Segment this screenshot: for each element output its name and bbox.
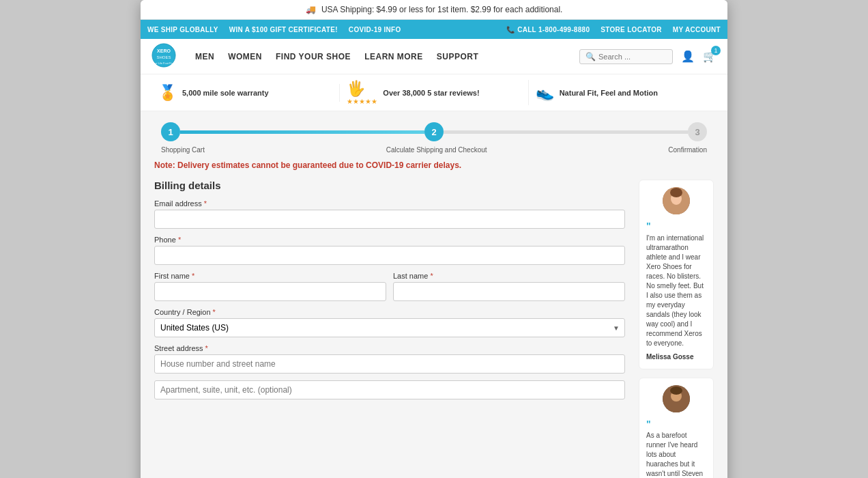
email-required: * — [204, 199, 207, 208]
testimonial-2: " As a barefoot runner I've heard lots a… — [639, 378, 714, 478]
star-rating: ★★★★★ — [347, 98, 377, 105]
step-3-label: Confirmation — [668, 146, 707, 154]
svg-text:Live Life Foot First!: Live Life Foot First! — [152, 61, 175, 65]
nav-find-shoe[interactable]: FIND YOUR SHOE — [276, 52, 351, 61]
nav-store-locator[interactable]: STORE LOCATOR — [601, 26, 661, 33]
first-name-group: First name * — [154, 272, 386, 301]
shoe-icon: 👟 — [536, 84, 554, 102]
trust-warranty: 🏅 5,000 mile sole warranty — [151, 84, 340, 102]
cart-icon-wrapper: 🛒 1 — [703, 50, 717, 63]
nav-support[interactable]: SUPPORT — [437, 52, 479, 61]
nav-men[interactable]: MEN — [195, 52, 214, 61]
truck-icon: 🚚 — [306, 5, 316, 14]
phone-group: Phone * — [154, 236, 625, 265]
svg-text:SHOES: SHOES — [156, 55, 171, 59]
nav-covid-info[interactable]: COVID-19 INFO — [349, 26, 401, 33]
step-3-circle: 3 — [688, 122, 707, 141]
testimonials-column: " I'm an international ultramarathon ath… — [639, 180, 714, 478]
medal-icon: 🏅 — [158, 84, 177, 102]
last-name-input[interactable] — [393, 282, 625, 301]
apt-group — [154, 380, 625, 399]
street-group: Street address * — [154, 344, 625, 374]
phone-required: * — [178, 236, 181, 244]
shipping-banner: 🚚 USA Shipping: $4.99 or less for 1st it… — [141, 0, 727, 20]
testimonial-2-text: As a barefoot runner I've heard lots abo… — [646, 431, 706, 478]
country-group: Country / Region * United States (US) — [154, 308, 625, 337]
main-nav: MEN WOMEN FIND YOUR SHOE LEARN MORE SUPP… — [195, 52, 579, 61]
name-row: First name * Last name * — [154, 272, 625, 308]
user-icon-wrapper: 👤 — [681, 50, 695, 63]
user-icon[interactable]: 👤 — [681, 51, 695, 62]
line-1 — [180, 130, 424, 134]
avatar-1 — [663, 187, 690, 214]
step-labels: Shopping Cart Calculate Shipping and Che… — [161, 144, 707, 154]
step-3-group: 3 — [688, 122, 707, 141]
cart-badge: 1 — [711, 46, 721, 55]
header-right: 🔍 👤 🛒 1 — [579, 49, 717, 64]
step-1-circle: 1 — [161, 122, 180, 141]
nav-bar-right: 📞 CALL 1-800-499-8880 STORE LOCATOR MY A… — [506, 26, 721, 33]
quote-mark-2: " — [646, 418, 706, 432]
nav-my-account[interactable]: MY ACCOUNT — [673, 26, 721, 33]
line-2 — [444, 130, 688, 134]
apt-input[interactable] — [154, 380, 625, 399]
reviews-text: Over 38,000 5 star reviews! — [383, 89, 479, 97]
svg-point-8 — [670, 188, 682, 197]
nav-women[interactable]: WOMEN — [228, 52, 262, 61]
testimonial-1-name: Melissa Gosse — [646, 352, 706, 362]
logo[interactable]: XERO SHOES Live Life Foot First! — [151, 43, 182, 70]
logo-header: XERO SHOES Live Life Foot First! MEN WOM… — [141, 39, 727, 74]
warranty-text: 5,000 mile sole warranty — [182, 89, 269, 97]
step-2-group: 2 — [424, 122, 444, 141]
nav-learn-more[interactable]: LEARN MORE — [364, 52, 423, 61]
covid-note: Note: Delivery estimates cannot be guara… — [154, 160, 714, 170]
nav-gift-cert[interactable]: WIN A $100 GIFT CERTIFICATE! — [229, 26, 338, 33]
shipping-text: USA Shipping: $4.99 or less for 1st item… — [321, 5, 563, 14]
step-2-circle: 2 — [424, 122, 444, 141]
trust-reviews: 🖐 ★★★★★ Over 38,000 5 star reviews! — [340, 80, 528, 105]
email-label: Email address * — [154, 199, 625, 208]
phone-label: Phone * — [154, 236, 625, 244]
avatar-1-image — [663, 187, 690, 214]
last-name-label: Last name * — [393, 272, 625, 280]
street-input[interactable] — [154, 354, 625, 374]
nav-bar-left: WE SHIP GLOBALLY WIN A $100 GIFT CERTIFI… — [147, 26, 401, 33]
first-name-input[interactable] — [154, 282, 386, 301]
two-col-layout: Billing details Email address * Phone * — [154, 180, 714, 478]
billing-form: Billing details Email address * Phone * — [154, 180, 625, 478]
country-label: Country / Region * — [154, 308, 625, 316]
phone-input[interactable] — [154, 246, 625, 265]
search-box[interactable]: 🔍 — [579, 49, 673, 64]
email-input[interactable] — [154, 210, 625, 229]
fit-text: Natural Fit, Feel and Motion — [560, 89, 658, 97]
nav-phone[interactable]: 📞 CALL 1-800-499-8880 — [506, 26, 590, 33]
country-select-wrapper: United States (US) — [154, 318, 625, 337]
trust-fit: 👟 Natural Fit, Feel and Motion — [529, 84, 717, 102]
trust-bar: 🏅 5,000 mile sole warranty 🖐 ★★★★★ Over … — [141, 74, 727, 111]
phone-icon: 📞 — [506, 26, 515, 33]
nav-bar: WE SHIP GLOBALLY WIN A $100 GIFT CERTIFI… — [141, 20, 727, 39]
street-label: Street address * — [154, 344, 625, 352]
testimonial-1-text: I'm an international ultramarathon athle… — [646, 234, 706, 348]
quote-mark-1: " — [646, 220, 706, 234]
search-icon: 🔍 — [585, 52, 596, 61]
avatar-2 — [663, 385, 690, 412]
email-group: Email address * — [154, 199, 625, 229]
step-1-group: 1 — [161, 122, 180, 141]
search-input[interactable] — [598, 53, 667, 61]
logo-icon: XERO SHOES Live Life Foot First! — [151, 43, 176, 68]
svg-point-12 — [670, 386, 682, 395]
country-select[interactable]: United States (US) — [154, 318, 625, 337]
first-name-label: First name * — [154, 272, 386, 280]
billing-title: Billing details — [154, 180, 625, 191]
nav-ship-globally[interactable]: WE SHIP GLOBALLY — [147, 26, 218, 33]
testimonial-1: " I'm an international ultramarathon ath… — [639, 180, 714, 369]
step-2-label: Calculate Shipping and Checkout — [386, 146, 487, 154]
main-content: 1 2 3 Shopping Cart Calculate Shipping a… — [141, 111, 727, 478]
last-name-group: Last name * — [393, 272, 625, 301]
svg-text:XERO: XERO — [157, 48, 171, 53]
checkout-progress: 1 2 3 Shopping Cart Calculate Shipping a… — [154, 122, 714, 160]
avatar-2-image — [663, 385, 690, 412]
step-1-label: Shopping Cart — [161, 146, 205, 154]
hand-icon: 🖐 — [347, 80, 365, 97]
